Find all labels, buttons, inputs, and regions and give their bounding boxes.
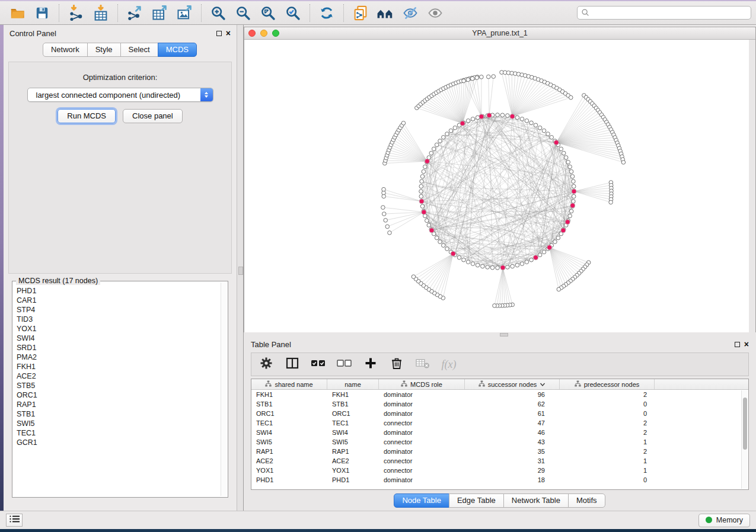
table-row[interactable]: TEC1 TEC1 connector 47 2 [251,418,748,428]
search-icon [581,8,590,17]
control-panel-tab[interactable]: Network [43,43,88,57]
mcds-result-node[interactable]: SRD1 [17,343,220,352]
first-neighbors-button[interactable] [373,3,398,23]
mcds-result-list[interactable]: PHD1CAR1STP4TID3YOX1SWI4SRD1PMA2FKH1ACE2… [17,286,220,496]
cell-shared-name: TEC1 [251,419,327,427]
mcds-result-node[interactable]: PMA2 [17,352,220,362]
zoom-fit-button[interactable] [256,3,280,23]
save-button[interactable] [30,3,55,23]
float-panel-icon[interactable] [216,31,222,36]
close-panel-icon[interactable]: × [744,341,749,347]
mcds-result-node[interactable]: ORC1 [17,390,220,400]
cell-predecessor-nodes: 2 [560,448,655,455]
new-network-from-selection-button[interactable] [348,3,373,23]
table-row[interactable]: YOX1 YOX1 connector 29 1 [251,466,748,475]
cell-predecessor-nodes: 0 [560,400,655,408]
table-row[interactable]: ORC1 ORC1 dominator 61 0 [251,409,748,418]
mcds-result-node[interactable]: PHD1 [17,286,220,296]
table-row[interactable]: SWI4 SWI4 dominator 46 2 [251,428,748,437]
vertical-splitter[interactable] [237,25,244,511]
table-row[interactable]: FKH1 FKH1 dominator 96 2 [251,390,748,399]
control-panel-tab[interactable]: MCDS [158,43,197,57]
table-row[interactable]: STB1 STB1 dominator 62 0 [251,399,748,409]
close-panel-button[interactable]: Close panel [123,109,183,123]
table-row[interactable]: PHD1 PHD1 dominator 18 0 [251,475,748,485]
mcds-result-node[interactable]: RAP1 [17,400,220,409]
column-header[interactable]: successor nodes [465,379,560,389]
mcds-result-node[interactable]: ACE2 [17,371,220,381]
memory-button-label: Memory [716,516,743,524]
table-row[interactable]: ACE2 ACE2 connector 31 1 [251,456,748,466]
table-scrollbar[interactable] [741,390,748,489]
table-row[interactable]: RAP1 RAP1 dominator 35 2 [251,447,748,456]
control-panel-tab[interactable]: Style [87,43,121,57]
mcds-result-node[interactable]: STB1 [17,409,220,419]
hide-selected-button[interactable] [398,3,423,23]
panels-menu-button[interactable] [6,514,23,527]
mcds-result-node[interactable]: CAR1 [17,296,220,305]
network-canvas[interactable] [244,40,749,332]
table-panel-tab[interactable]: Network Table [503,493,569,508]
mcds-result-node[interactable]: TEC1 [17,428,220,438]
optimization-criterion-select[interactable]: largest connected component (undirected) [27,88,213,102]
mcds-result-node[interactable]: SWI5 [17,419,220,428]
table-panel-tab[interactable]: Edge Table [449,493,504,508]
mcds-result-node[interactable]: YOX1 [17,324,220,334]
unchecked-boxes-icon [336,356,353,373]
table-settings-button[interactable] [256,355,276,374]
export-image-button[interactable] [172,3,197,23]
search-input[interactable] [590,9,747,17]
mcds-result-node[interactable]: STB5 [17,381,220,390]
splitter-handle[interactable] [238,267,243,275]
select-all-rows-button[interactable] [308,355,328,374]
float-panel-icon[interactable] [735,342,740,347]
create-column-button[interactable] [361,355,381,374]
deselect-all-rows-button[interactable] [334,355,355,374]
column-header[interactable]: predecessor nodes [560,379,655,389]
mcds-result-node[interactable]: SWI4 [17,334,220,343]
show-all-button[interactable] [423,3,448,23]
import-network-button[interactable] [63,3,88,23]
table-panel-tab[interactable]: Node Table [394,493,449,508]
zoom-in-button[interactable] [206,3,231,23]
table-body: FKH1 FKH1 dominator 96 2 STB1 STB1 domin… [251,390,748,485]
horizontal-splitter[interactable] [244,332,756,337]
control-panel-title: Control Panel [9,29,56,38]
export-network-button[interactable] [122,3,147,23]
refresh-button[interactable] [314,3,339,23]
mcds-result-scrollbar[interactable] [221,283,227,496]
show-column-panel-button[interactable] [282,355,302,374]
cell-name: RAP1 [327,448,379,455]
list-icon [9,515,20,525]
cell-shared-name: SWI4 [251,429,327,436]
function-builder-button[interactable]: f(x) [439,355,459,374]
toolbar-separator [59,4,59,22]
close-panel-icon[interactable]: × [226,30,231,36]
open-button[interactable] [5,3,30,23]
column-header[interactable]: shared name [251,379,327,389]
mcds-result-node[interactable]: STP4 [17,305,220,315]
table-scrollbar-thumb[interactable] [743,398,747,450]
zoom-out-button[interactable] [231,3,256,23]
network-window-titlebar[interactable]: YPA_prune.txt_1 [244,27,755,40]
zoom-selected-button[interactable] [280,3,305,23]
delete-table-button[interactable] [413,355,433,374]
cell-mcds-role: dominator [379,429,465,436]
run-mcds-button[interactable]: Run MCDS [58,109,116,123]
column-header[interactable]: MCDS role [379,379,465,389]
table-row[interactable]: SWI5 SWI5 connector 43 1 [251,437,748,447]
control-panel-tab[interactable]: Select [120,43,158,57]
export-table-button[interactable] [147,3,172,23]
cell-successor-nodes: 31 [465,457,560,464]
status-bar: Memory [0,511,756,529]
delete-column-button[interactable] [387,355,407,374]
mcds-result-node[interactable]: FKH1 [17,362,220,371]
mcds-result-node[interactable]: GCR1 [17,438,220,447]
table-panel-tab[interactable]: Motifs [568,493,605,508]
column-header[interactable]: name [327,379,379,389]
splitter-handle[interactable] [500,333,508,336]
memory-button[interactable]: Memory [698,514,750,527]
search-field[interactable] [577,6,751,20]
import-table-button[interactable] [88,3,113,23]
mcds-result-node[interactable]: TID3 [17,315,220,324]
